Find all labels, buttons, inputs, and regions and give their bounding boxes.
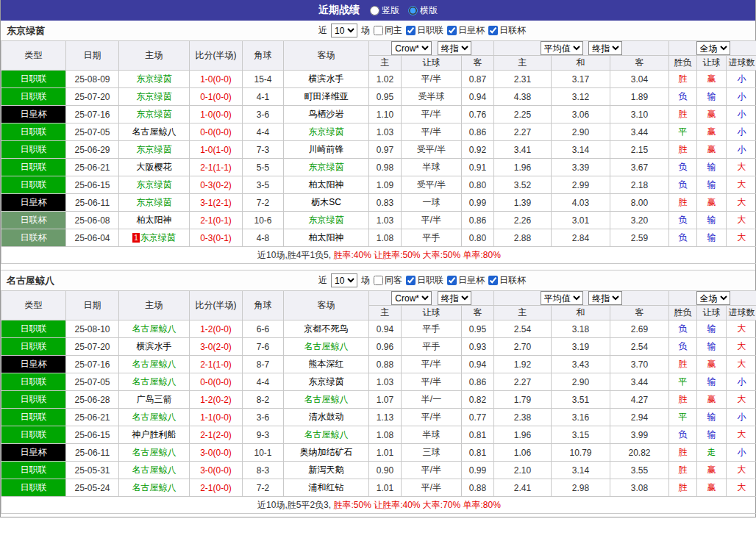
filter-emperor-cup[interactable]: 日皇杯 bbox=[447, 274, 485, 287]
filter-levain-cup[interactable]: 日联杯 bbox=[488, 24, 526, 37]
away-team-name: 町田泽维亚 bbox=[304, 91, 349, 101]
away-team-name: 东京绿茵 bbox=[309, 162, 344, 172]
filter-same-home[interactable]: 同主 bbox=[374, 24, 402, 37]
filter-emperor-cup[interactable]: 日皇杯 bbox=[447, 24, 485, 37]
radio-vertical-input[interactable] bbox=[370, 6, 379, 15]
average-select[interactable]: 平均值 bbox=[541, 41, 583, 55]
odds-stage-select[interactable]: 终指 bbox=[438, 41, 471, 55]
league-cell: 日职联 bbox=[1, 391, 66, 409]
filter-emperor-cup-checkbox[interactable] bbox=[447, 26, 457, 35]
filter-same-away[interactable]: 同客 bbox=[374, 274, 402, 287]
score-halftime: (0-0) bbox=[213, 92, 232, 102]
recent-count-select[interactable]: 10 bbox=[331, 24, 357, 37]
away-team-name: 川崎前锋 bbox=[309, 144, 344, 154]
league-cell: 日职联 bbox=[1, 88, 66, 106]
away-team-name: 浦和红钻 bbox=[309, 482, 344, 492]
match-row: 日职联25-06-21大阪樱花2-1(1-1)5-5东京绿茵0.98半球0.91… bbox=[1, 159, 756, 176]
result-winlose: 胜 bbox=[669, 356, 697, 373]
score-cell: 0-0(0-0) bbox=[190, 373, 243, 391]
result-winlose: 负 bbox=[669, 176, 697, 194]
fulltime-select[interactable]: 全场 bbox=[696, 41, 730, 55]
filter-levain-cup[interactable]: 日联杯 bbox=[488, 274, 526, 287]
score-fulltime: 0-1 bbox=[200, 92, 213, 102]
handicap-odds-group: Crow* 终指 bbox=[369, 41, 494, 56]
match-row: 日职联25-08-09东京绿茵1-0(0-0)15-4横滨水手1.02平/半0.… bbox=[1, 71, 756, 88]
average-odds-group: 平均值 终指 bbox=[494, 41, 669, 56]
bookmaker-select[interactable]: Crow* bbox=[391, 291, 432, 305]
avg-odds-away: 3.08 bbox=[610, 479, 669, 497]
league-cell: 日职联 bbox=[1, 426, 66, 444]
handicap-odds-line: 平/半 bbox=[402, 106, 462, 123]
average-odds-group: 平均值 终指 bbox=[494, 291, 669, 306]
score-fulltime: 1-0 bbox=[200, 110, 213, 120]
filter-jleague[interactable]: 日职联 bbox=[406, 24, 443, 37]
away-team-cell: 町田泽维亚 bbox=[284, 88, 369, 106]
average-select[interactable]: 平均值 bbox=[541, 291, 583, 305]
filter-levain-cup-checkbox[interactable] bbox=[488, 276, 498, 285]
col-avg-home: 主 bbox=[494, 56, 552, 71]
match-row: 日职联25-08-10名古屋鲸八1-2(0-0)6-6京都不死鸟0.94平手0.… bbox=[1, 320, 756, 338]
avg-odds-draw: 2.99 bbox=[552, 176, 610, 194]
result-group: 全场 bbox=[669, 41, 756, 56]
odds-stage-select[interactable]: 终指 bbox=[438, 291, 471, 305]
league-cell: 日皇杯 bbox=[1, 106, 66, 123]
radio-horizontal-label: 横版 bbox=[420, 4, 438, 17]
date-cell: 25-06-15 bbox=[66, 176, 119, 194]
score-fulltime: 2-1 bbox=[200, 359, 213, 370]
odds-stage-select-2[interactable]: 终指 bbox=[588, 41, 622, 55]
home-team-cell: 东京绿茵 bbox=[119, 141, 190, 159]
filter-emperor-cup-checkbox[interactable] bbox=[447, 276, 457, 285]
col-avg-draw: 和 bbox=[552, 306, 610, 320]
col-away: 客场 bbox=[284, 41, 369, 71]
filter-same-home-checkbox[interactable] bbox=[374, 26, 383, 35]
col-handicap-line: 让球 bbox=[402, 306, 462, 320]
avg-odds-away: 2.94 bbox=[610, 409, 669, 426]
home-team-name: 名古屋鲸八 bbox=[132, 323, 176, 334]
radio-horizontal[interactable]: 横版 bbox=[408, 4, 438, 17]
bookmaker-select[interactable]: Crow* bbox=[391, 41, 432, 55]
result-goals: 大 bbox=[727, 479, 756, 497]
filter-jleague-checkbox[interactable] bbox=[406, 276, 416, 285]
handicap-odds-away: 0.92 bbox=[462, 141, 494, 159]
score-fulltime: 2-1 bbox=[200, 483, 213, 493]
result-winlose: 胜 bbox=[669, 141, 697, 159]
match-row: 日职联25-05-31名古屋鲸八3-0(0-0)8-3新泻天鹅0.90平/半0.… bbox=[1, 462, 756, 479]
result-handicap: 赢 bbox=[697, 141, 727, 159]
filter-levain-cup-checkbox[interactable] bbox=[488, 26, 498, 35]
home-team-name: 东京绿茵 bbox=[137, 74, 172, 84]
radio-vertical[interactable]: 竖版 bbox=[370, 4, 399, 17]
odds-stage-select-2[interactable]: 终指 bbox=[588, 291, 622, 305]
home-team-name: 东京绿茵 bbox=[137, 197, 172, 207]
league-cell: 日职联 bbox=[1, 479, 66, 497]
home-team-name: 名古屋鲸八 bbox=[132, 376, 176, 387]
filter-jleague[interactable]: 日职联 bbox=[406, 274, 443, 287]
filter-controls: 近 10 场 同客 日职联 日皇杯 日联杯 bbox=[318, 270, 526, 290]
away-team-name: 奥纳加结矿石 bbox=[300, 447, 353, 457]
match-row: 日皇杯25-07-16东京绿茵1-0(0-0)3-6鸟栖沙岩1.10平/半0.7… bbox=[1, 106, 756, 123]
home-team-name: 名古屋鲸八 bbox=[132, 465, 176, 475]
col-score: 比分(半场) bbox=[190, 41, 243, 71]
date-cell: 25-07-20 bbox=[66, 338, 119, 356]
avg-odds-draw: 3.43 bbox=[552, 356, 610, 373]
home-team-name: 东京绿茵 bbox=[137, 179, 172, 190]
avg-odds-home: 2.38 bbox=[494, 409, 552, 426]
away-team-cell: 横滨水手 bbox=[284, 71, 369, 88]
filter-jleague-checkbox[interactable] bbox=[406, 26, 416, 35]
filter-same-away-checkbox[interactable] bbox=[374, 276, 383, 285]
fulltime-select[interactable]: 全场 bbox=[696, 291, 730, 305]
corner-cell: 7-3 bbox=[243, 141, 284, 159]
radio-horizontal-input[interactable] bbox=[408, 6, 418, 15]
handicap-odds-home: 1.09 bbox=[369, 176, 402, 194]
radio-vertical-label: 竖版 bbox=[382, 4, 399, 17]
score-cell: 0-1(0-0) bbox=[190, 88, 243, 106]
score-halftime: (0-0) bbox=[213, 127, 232, 137]
home-team-name: 东京绿茵 bbox=[137, 91, 172, 101]
away-team-cell: 枥木SC bbox=[284, 194, 369, 212]
result-goals: 小 bbox=[727, 444, 756, 462]
recent-count-select[interactable]: 10 bbox=[331, 273, 357, 287]
home-team-name: 名古屋鲸八 bbox=[132, 447, 176, 457]
score-halftime: (0-0) bbox=[213, 412, 232, 423]
match-row: 日职联25-07-20东京绿茵0-1(0-0)4-1町田泽维亚0.95受半球0.… bbox=[1, 88, 756, 106]
home-team-name: 广岛三箭 bbox=[137, 394, 172, 404]
avg-odds-home: 1.39 bbox=[494, 194, 552, 212]
